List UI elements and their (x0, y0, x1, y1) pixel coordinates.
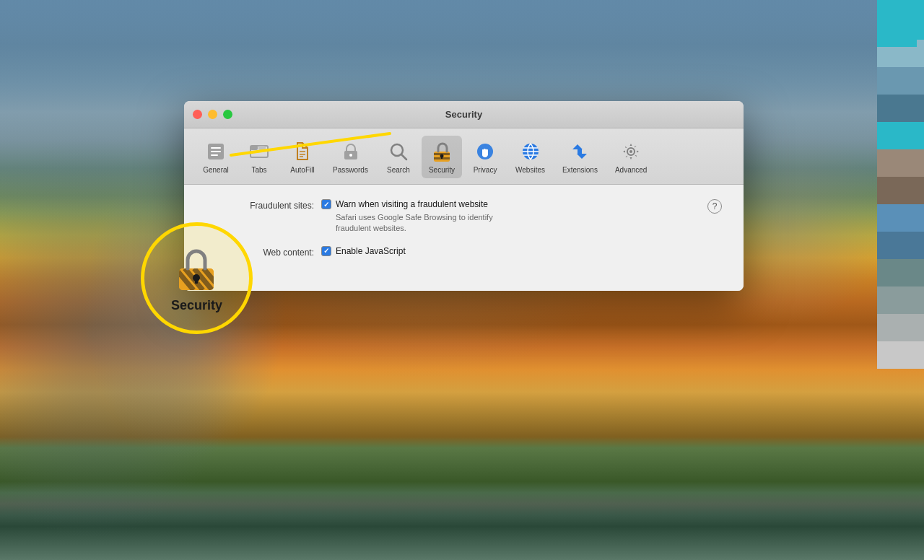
privacy-label: Privacy (474, 166, 497, 174)
javascript-checkbox-row: Enable JavaScript (321, 246, 406, 256)
swatch-6 (877, 149, 924, 177)
svg-rect-3 (211, 151, 221, 152)
search-icon (387, 140, 410, 163)
toolbar-item-extensions[interactable]: Extensions (555, 136, 605, 178)
minimize-button[interactable] (208, 110, 217, 119)
websites-label: Websites (515, 166, 545, 174)
swatch-9 (877, 232, 924, 259)
extensions-label: Extensions (562, 166, 598, 174)
security-label: Security (429, 166, 455, 174)
close-button[interactable] (193, 110, 202, 119)
swatch-7 (877, 177, 924, 204)
fraudulent-hint: Safari uses Google Safe Browsing to iden… (336, 212, 493, 235)
toolbar-item-websites[interactable]: Websites (508, 136, 552, 178)
svg-rect-35 (195, 278, 198, 284)
toolbar-item-privacy[interactable]: Privacy (465, 136, 505, 178)
svg-rect-19 (441, 156, 443, 159)
swatch-11 (877, 286, 924, 314)
color-swatches (877, 0, 924, 560)
security-circle-label: Security (171, 298, 222, 313)
tabs-label: Tabs (251, 166, 266, 174)
window-title: Security (445, 109, 482, 120)
swatch-5 (877, 122, 924, 149)
toolbar: General Tabs (184, 128, 744, 185)
lock-icon-large (171, 243, 222, 294)
fraudulent-checkbox-label: Warn when visiting a fraudulent website (336, 199, 488, 209)
passwords-label: Passwords (333, 166, 368, 174)
toolbar-item-general[interactable]: General (196, 136, 236, 178)
autofill-icon (291, 140, 314, 163)
svg-point-12 (349, 154, 352, 157)
svg-rect-7 (258, 146, 266, 150)
general-label: General (203, 166, 229, 174)
help-button[interactable]: ? (707, 199, 722, 214)
fraudulent-sites-row: Fraudulent sites: Warn when visiting a f… (206, 199, 722, 235)
svg-rect-4 (211, 154, 218, 156)
toolbar-item-search[interactable]: Search (378, 136, 419, 178)
svg-line-14 (401, 154, 406, 159)
highlight-circle: Security (141, 222, 253, 334)
web-content-row: Web content: Enable JavaScript (206, 246, 722, 258)
swatch-3 (877, 67, 924, 95)
svg-rect-6 (250, 146, 258, 150)
general-icon (204, 140, 227, 163)
fraudulent-checkbox-row: Warn when visiting a fraudulent website (321, 199, 493, 209)
search-label: Search (387, 166, 410, 174)
fraudulent-sites-value: Warn when visiting a fraudulent website … (321, 199, 493, 235)
swatch-13 (877, 341, 924, 369)
svg-rect-2 (211, 147, 221, 149)
toolbar-item-tabs[interactable]: Tabs (239, 136, 279, 178)
tabs-icon (248, 140, 271, 163)
toolbar-item-advanced[interactable]: Advanced (608, 136, 654, 178)
maximize-button[interactable] (223, 110, 232, 119)
toolbar-item-security[interactable]: Security (422, 136, 462, 178)
window-content: Fraudulent sites: Warn when visiting a f… (184, 185, 744, 291)
highlight-circle-inner: Security (171, 243, 222, 313)
privacy-icon (474, 140, 497, 163)
web-content-value: Enable JavaScript (321, 246, 406, 256)
toolbar-item-autofill[interactable]: AutoFill (282, 136, 323, 178)
fraudulent-sites-label: Fraudulent sites: (206, 199, 314, 211)
swatch-12 (877, 314, 924, 341)
websites-icon (519, 140, 542, 163)
swatch-10 (877, 259, 924, 286)
javascript-checkbox[interactable] (321, 246, 331, 256)
svg-point-26 (629, 150, 632, 153)
window-titlebar: Security (184, 101, 744, 128)
window-controls (193, 110, 232, 119)
passwords-icon (339, 140, 362, 163)
safari-preferences-window: Security General (184, 101, 744, 291)
security-icon (430, 140, 453, 163)
swatch-4 (877, 95, 924, 122)
advanced-icon (619, 140, 642, 163)
swatch-8 (877, 204, 924, 232)
autofill-label: AutoFill (290, 166, 314, 174)
extensions-icon (568, 140, 591, 163)
advanced-label: Advanced (615, 166, 647, 174)
fraudulent-checkbox[interactable] (321, 199, 331, 209)
javascript-checkbox-label: Enable JavaScript (336, 246, 406, 256)
toolbar-item-passwords[interactable]: Passwords (326, 136, 375, 178)
teal-square (877, 7, 917, 47)
